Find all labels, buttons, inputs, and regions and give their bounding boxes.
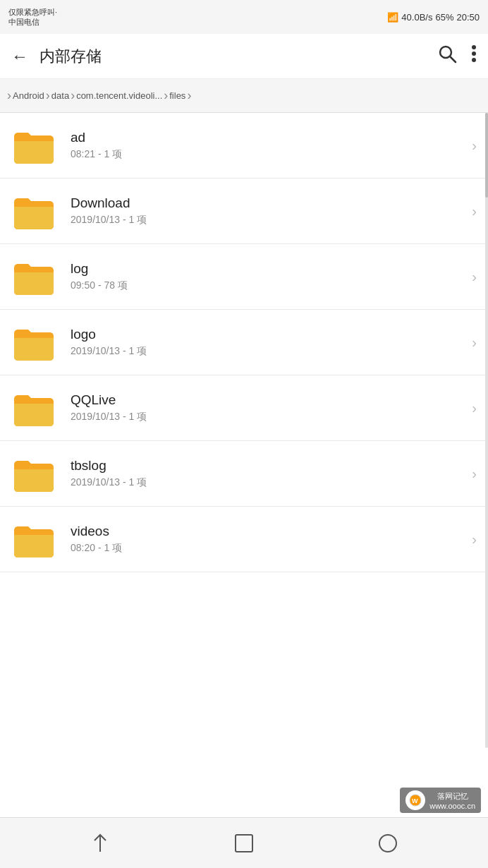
- breadcrumb[interactable]: › Android › data › com.tencent.videoli..…: [0, 79, 488, 113]
- scrollbar-thumb: [485, 113, 488, 198]
- chevron-right-icon: ›: [472, 531, 477, 548]
- file-info: log 09:50 - 78 项: [71, 261, 466, 292]
- status-bar-right: 📶 40.0B/s 65% 20:50: [387, 12, 480, 23]
- list-item[interactable]: ad 08:21 - 1 项 ›: [0, 113, 488, 179]
- file-info: logo 2019/10/13 - 1 项: [71, 327, 466, 358]
- list-item[interactable]: logo 2019/10/13 - 1 项 ›: [0, 310, 488, 375]
- svg-point-8: [379, 835, 396, 852]
- list-item[interactable]: QQLive 2019/10/13 - 1 项 ›: [0, 375, 488, 441]
- nav-back-button[interactable]: [83, 826, 117, 860]
- svg-point-0: [440, 47, 451, 58]
- list-item[interactable]: log 09:50 - 78 项 ›: [0, 244, 488, 310]
- breadcrumb-sep-3: ›: [164, 88, 168, 103]
- svg-point-4: [472, 58, 476, 62]
- speed-text: 40.0B/s: [401, 12, 432, 23]
- back-button[interactable]: ←: [11, 47, 28, 66]
- file-info: Download 2019/10/13 - 1 项: [71, 195, 466, 227]
- bottom-nav: [0, 817, 488, 868]
- file-info: tbslog 2019/10/13 - 1 项: [71, 458, 466, 489]
- watermark: W 落网记忆 www.oooc.cn: [400, 788, 481, 813]
- carrier-text: 中国电信: [8, 17, 57, 27]
- file-info: QQLive 2019/10/13 - 1 项: [71, 392, 466, 423]
- chevron-right-icon: ›: [472, 203, 477, 219]
- list-item[interactable]: Download 2019/10/13 - 1 项 ›: [0, 179, 488, 244]
- page-title: 内部存储: [39, 46, 437, 67]
- chevron-right-icon: ›: [472, 334, 477, 351]
- svg-rect-7: [236, 835, 252, 852]
- chevron-right-icon: ›: [472, 138, 477, 154]
- file-meta: 09:50 - 78 项: [71, 279, 466, 292]
- battery-text: 65%: [435, 12, 453, 23]
- scrollbar-track: [485, 113, 488, 748]
- alert-text: 仅限紧急呼叫·: [8, 7, 57, 17]
- file-info: videos 08:20 - 1 项: [71, 524, 466, 555]
- watermark-logo: W: [405, 790, 425, 810]
- folder-icon: [11, 323, 56, 362]
- file-meta: 08:20 - 1 项: [71, 542, 466, 555]
- file-info: ad 08:21 - 1 项: [71, 130, 466, 161]
- status-bar: 仅限紧急呼叫· 中国电信 📶 40.0B/s 65% 20:50: [0, 0, 488, 34]
- breadcrumb-sep-0: ›: [7, 88, 11, 103]
- folder-icon: [11, 454, 56, 493]
- list-item[interactable]: tbslog 2019/10/13 - 1 项 ›: [0, 441, 488, 507]
- file-name: log: [71, 261, 466, 277]
- time-text: 20:50: [456, 12, 480, 23]
- top-bar-icons: [437, 44, 477, 68]
- breadcrumb-sep-2: ›: [71, 88, 75, 103]
- chevron-right-icon: ›: [472, 269, 477, 285]
- chevron-right-icon: ›: [472, 466, 477, 482]
- file-name: logo: [71, 327, 466, 342]
- file-list: ad 08:21 - 1 项 › Download 2019/10/13 - 1…: [0, 113, 488, 629]
- file-meta: 2019/10/13 - 1 项: [71, 345, 466, 358]
- file-meta: 2019/10/13 - 1 项: [71, 411, 466, 423]
- file-meta: 2019/10/13 - 1 项: [71, 476, 466, 489]
- folder-icon: [11, 388, 56, 428]
- folder-icon: [11, 191, 56, 231]
- svg-text:W: W: [412, 797, 418, 804]
- nav-recent-button[interactable]: [371, 826, 405, 860]
- file-name: videos: [71, 524, 466, 539]
- file-name: tbslog: [71, 458, 466, 474]
- file-meta: 2019/10/13 - 1 项: [71, 214, 466, 227]
- status-bar-left: 仅限紧急呼叫· 中国电信: [8, 7, 57, 28]
- chevron-right-icon: ›: [472, 400, 477, 416]
- file-name: ad: [71, 130, 466, 145]
- breadcrumb-item-2[interactable]: com.tencent.videoli...: [76, 90, 162, 101]
- breadcrumb-sep-1: ›: [46, 88, 50, 103]
- file-name: Download: [71, 195, 466, 211]
- search-button[interactable]: [437, 44, 457, 68]
- file-name: QQLive: [71, 392, 466, 408]
- svg-point-3: [472, 52, 476, 56]
- nav-home-button[interactable]: [227, 826, 261, 860]
- folder-icon: [11, 126, 56, 165]
- watermark-text: 落网记忆 www.oooc.cn: [429, 791, 475, 810]
- breadcrumb-item-3[interactable]: files: [169, 90, 185, 101]
- folder-icon: [11, 519, 56, 559]
- signal-icon: 📶: [387, 12, 398, 23]
- folder-icon: [11, 257, 56, 296]
- file-meta: 08:21 - 1 项: [71, 148, 466, 161]
- list-item[interactable]: videos 08:20 - 1 项 ›: [0, 507, 488, 572]
- svg-line-1: [451, 57, 456, 63]
- svg-point-2: [472, 45, 476, 49]
- top-bar: ← 内部存储: [0, 34, 488, 79]
- breadcrumb-item-1[interactable]: data: [51, 90, 69, 101]
- more-button[interactable]: [471, 44, 477, 68]
- breadcrumb-sep-4: ›: [187, 88, 191, 103]
- breadcrumb-item-0[interactable]: Android: [13, 90, 44, 101]
